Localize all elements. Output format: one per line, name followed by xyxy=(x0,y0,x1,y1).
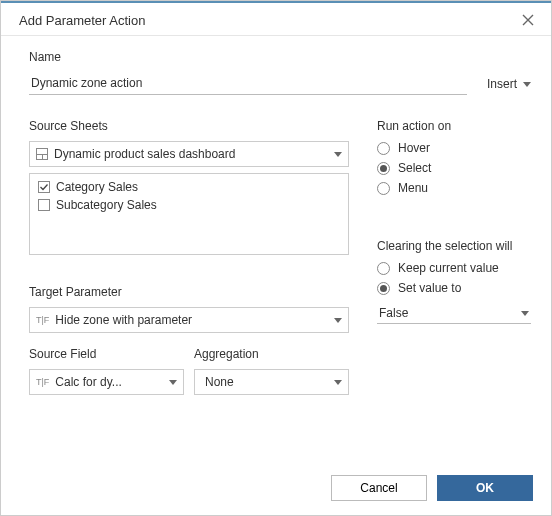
truefalse-icon: T|F xyxy=(36,377,49,387)
source-sheets-label: Source Sheets xyxy=(29,119,349,133)
titlebar: Add Parameter Action xyxy=(1,1,551,36)
sheet-label: Category Sales xyxy=(56,180,138,194)
chevron-down-icon xyxy=(523,82,531,87)
insert-button[interactable]: Insert xyxy=(487,77,531,95)
clearing-set-value[interactable]: Set value to xyxy=(377,281,531,295)
sheets-listbox: Category Sales Subcategory Sales xyxy=(29,173,349,255)
run-on-menu[interactable]: Menu xyxy=(377,181,531,195)
source-field-value: Calc for dy... xyxy=(55,375,163,389)
checkbox-icon xyxy=(38,181,50,193)
aggregation-value: None xyxy=(201,375,328,389)
radio-icon xyxy=(377,142,390,155)
radio-label: Menu xyxy=(398,181,428,195)
dialog-footer: Cancel OK xyxy=(1,463,551,515)
radio-icon xyxy=(377,262,390,275)
target-parameter-dropdown[interactable]: T|F Hide zone with parameter xyxy=(29,307,349,333)
checkbox-icon xyxy=(38,199,50,211)
target-parameter-value: Hide zone with parameter xyxy=(55,313,328,327)
radio-label: Hover xyxy=(398,141,430,155)
insert-label: Insert xyxy=(487,77,517,91)
run-on-select[interactable]: Select xyxy=(377,161,531,175)
run-action-label: Run action on xyxy=(377,119,531,133)
name-label: Name xyxy=(29,50,531,64)
source-field-dropdown[interactable]: T|F Calc for dy... xyxy=(29,369,184,395)
radio-label: Keep current value xyxy=(398,261,499,275)
workbook-dropdown[interactable]: Dynamic product sales dashboard xyxy=(29,141,349,167)
sheet-checkbox-category-sales[interactable]: Category Sales xyxy=(38,180,340,194)
truefalse-icon: T|F xyxy=(36,315,49,325)
radio-icon xyxy=(377,162,390,175)
sheet-label: Subcategory Sales xyxy=(56,198,157,212)
name-input[interactable] xyxy=(29,72,467,95)
radio-icon xyxy=(377,182,390,195)
close-icon[interactable] xyxy=(519,11,537,29)
workbook-value: Dynamic product sales dashboard xyxy=(54,147,328,161)
dialog-title: Add Parameter Action xyxy=(19,13,145,28)
ok-button[interactable]: OK xyxy=(437,475,533,501)
run-on-hover[interactable]: Hover xyxy=(377,141,531,155)
clearing-label: Clearing the selection will xyxy=(377,239,531,253)
add-parameter-action-dialog: Add Parameter Action Name Insert Source … xyxy=(0,0,552,516)
cancel-button[interactable]: Cancel xyxy=(331,475,427,501)
chevron-down-icon xyxy=(334,318,342,323)
chevron-down-icon xyxy=(334,380,342,385)
chevron-down-icon xyxy=(521,311,529,316)
aggregation-dropdown[interactable]: None xyxy=(194,369,349,395)
dialog-body: Name Insert Source Sheets Dynamic produc… xyxy=(1,36,551,463)
radio-label: Select xyxy=(398,161,431,175)
aggregation-label: Aggregation xyxy=(194,347,349,361)
radio-label: Set value to xyxy=(398,281,461,295)
sheet-checkbox-subcategory-sales[interactable]: Subcategory Sales xyxy=(38,198,340,212)
clearing-value: False xyxy=(379,306,521,320)
chevron-down-icon xyxy=(169,380,177,385)
clearing-keep-current[interactable]: Keep current value xyxy=(377,261,531,275)
target-parameter-label: Target Parameter xyxy=(29,285,349,299)
source-field-label: Source Field xyxy=(29,347,184,361)
chevron-down-icon xyxy=(334,152,342,157)
radio-icon xyxy=(377,282,390,295)
clearing-value-dropdown[interactable]: False xyxy=(377,303,531,324)
dashboard-icon xyxy=(36,148,48,160)
